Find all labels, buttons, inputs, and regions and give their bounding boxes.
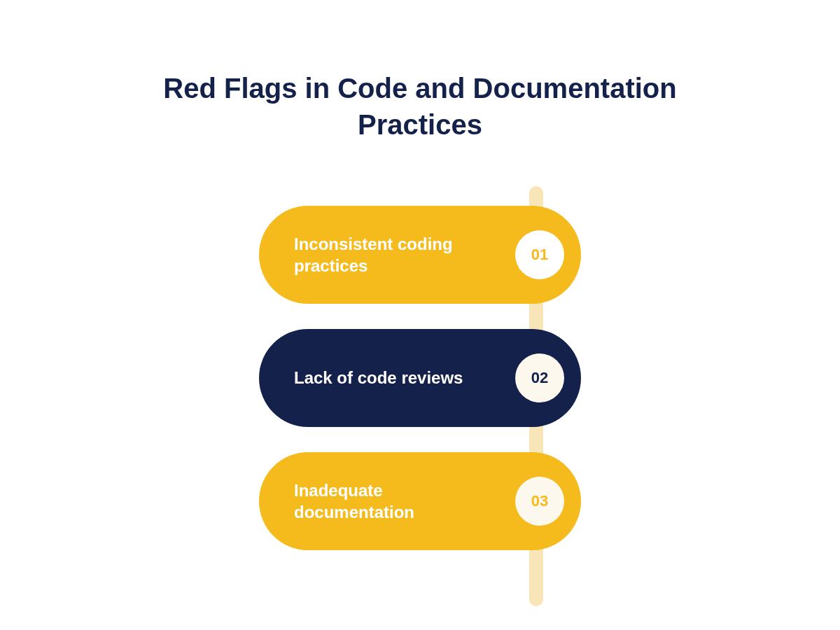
pill-label-1: Inconsistent coding practices [294, 233, 476, 276]
pill-item-2: Lack of code reviews 02 [259, 329, 581, 427]
diagram-container: Inconsistent coding practices 01 Lack of… [259, 206, 581, 550]
pill-number-badge-3: 03 [515, 477, 564, 526]
pill-item-1: Inconsistent coding practices 01 [259, 206, 581, 304]
pill-number-badge-1: 01 [515, 230, 564, 279]
pill-label-2: Lack of code reviews [294, 367, 463, 388]
pill-label-3: Inadequate documentation [294, 479, 476, 523]
pill-item-3: Inadequate documentation 03 [259, 452, 581, 550]
pill-number-badge-2: 02 [515, 354, 564, 402]
diagram-title: Red Flags in Code and Documentation Prac… [140, 70, 700, 143]
